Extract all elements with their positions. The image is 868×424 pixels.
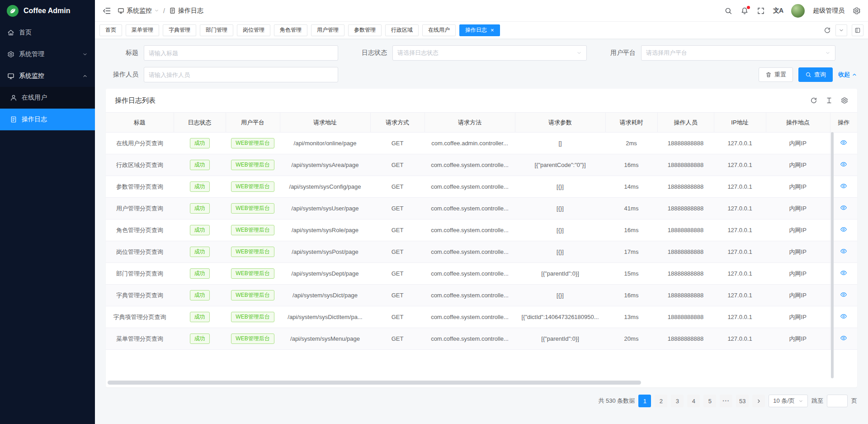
tab[interactable]: 参数管理 xyxy=(348,24,382,36)
cell-function: com.coffee.system.controlle... xyxy=(425,285,515,306)
sidebar-item-operation-log[interactable]: 操作日志 xyxy=(0,109,95,130)
column-header: IP地址 xyxy=(714,113,766,133)
tab-label: 岗位管理 xyxy=(243,26,264,34)
cell-url: /api/system/sysPost/page xyxy=(280,241,370,263)
view-icon[interactable] xyxy=(840,248,847,255)
title-input[interactable] xyxy=(144,45,338,61)
cell-url: /api/system/sysDept/page xyxy=(280,263,370,285)
search-icon[interactable] xyxy=(724,7,732,15)
view-icon[interactable] xyxy=(840,291,847,298)
tab-label: 在线用户 xyxy=(428,26,450,34)
page-button[interactable]: 3 xyxy=(671,395,684,407)
tab-close-icon[interactable]: × xyxy=(491,27,494,33)
cell-url: /api/system/sysRole/page xyxy=(280,219,370,241)
tab[interactable]: 在线用户 xyxy=(422,24,456,36)
cell-params: [{}] xyxy=(515,241,605,263)
tab[interactable]: 首页 xyxy=(99,24,122,36)
operator-label: 操作人员 xyxy=(106,71,138,79)
cell-platform: WEB管理后台 xyxy=(226,176,280,198)
chevron-right-icon xyxy=(756,398,762,404)
sidebar-item-system-monitor[interactable]: 系统监控 xyxy=(0,65,95,87)
operator-input[interactable] xyxy=(144,67,338,82)
fullscreen-icon[interactable] xyxy=(757,7,765,15)
view-icon[interactable] xyxy=(840,226,847,233)
column-settings-gear-icon[interactable] xyxy=(841,97,848,104)
user-icon xyxy=(10,94,17,101)
tab[interactable]: 字典管理 xyxy=(163,24,196,36)
sidebar-item-online-users[interactable]: 在线用户 xyxy=(0,87,95,109)
collapse-menu-icon[interactable] xyxy=(102,6,111,15)
cell-url: /api/system/sysDictItem/pa... xyxy=(280,306,370,328)
breadcrumb-item-operation-log[interactable]: 操作日志 xyxy=(169,7,203,15)
row-density-icon[interactable] xyxy=(826,97,833,104)
tab-label: 用户管理 xyxy=(317,26,339,34)
settings-gear-icon[interactable] xyxy=(853,7,861,15)
platform-tag: WEB管理后台 xyxy=(231,268,274,279)
sidebar-item-label: 在线用户 xyxy=(22,94,47,102)
cell-url: /api/system/sysUser/page xyxy=(280,198,370,219)
tab[interactable]: 操作日志× xyxy=(459,24,500,36)
view-icon[interactable] xyxy=(840,182,847,190)
cell-duration: 41ms xyxy=(605,198,657,219)
translate-icon[interactable]: 文A xyxy=(773,7,783,15)
cell-method: GET xyxy=(370,328,425,350)
username[interactable]: 超级管理员 xyxy=(813,7,844,15)
cell-location: 内网IP xyxy=(766,306,830,328)
search-button[interactable]: 查询 xyxy=(798,67,833,82)
table-row: 角色管理分页查询成功WEB管理后台/api/system/sysRole/pag… xyxy=(106,219,857,241)
platform-select[interactable]: 请选择用户平台 xyxy=(641,45,835,61)
refresh-icon[interactable] xyxy=(824,27,831,34)
view-icon[interactable] xyxy=(840,269,847,276)
tab[interactable]: 用户管理 xyxy=(311,24,344,36)
table-row: 在线用户分页查询成功WEB管理后台/api/monitor/online/pag… xyxy=(106,133,857,154)
log-status-select[interactable]: 请选择日志状态 xyxy=(392,45,587,61)
notification-badge xyxy=(747,6,750,9)
horizontal-scrollbar[interactable] xyxy=(108,381,641,385)
vertical-scrollbar[interactable] xyxy=(831,132,834,378)
cell-duration: 16ms xyxy=(605,154,657,176)
view-icon[interactable] xyxy=(840,313,847,320)
tab[interactable]: 菜单管理 xyxy=(126,24,159,36)
cell-title: 参数管理分页查询 xyxy=(106,176,174,198)
table-refresh-icon[interactable] xyxy=(810,97,817,104)
sidebar-item-home[interactable]: 首页 xyxy=(0,22,95,43)
collapse-filters-link[interactable]: 收起 xyxy=(838,71,857,79)
page-button[interactable]: 5 xyxy=(703,395,716,407)
tab[interactable]: 岗位管理 xyxy=(237,24,270,36)
jump-page-input[interactable] xyxy=(827,395,848,407)
avatar[interactable] xyxy=(791,4,805,18)
cell-platform: WEB管理后台 xyxy=(226,198,280,219)
page-button[interactable]: 53 xyxy=(736,395,749,407)
next-page-button[interactable] xyxy=(752,395,765,407)
page-ellipsis[interactable]: ••• xyxy=(720,395,732,407)
cell-url: /api/system/sysConfig/page xyxy=(280,176,370,198)
view-icon[interactable] xyxy=(840,139,847,146)
cell-params: [{"parentId":0}] xyxy=(515,263,605,285)
reset-button[interactable]: 重置 xyxy=(759,67,793,82)
page-button[interactable]: 4 xyxy=(687,395,700,407)
page-size-select[interactable]: 10 条/页 xyxy=(769,395,808,407)
status-tag: 成功 xyxy=(190,333,210,344)
page-button[interactable]: 2 xyxy=(655,395,667,407)
cell-ip: 127.0.0.1 xyxy=(714,219,766,241)
cell-function: com.coffee.system.controlle... xyxy=(425,176,515,198)
platform-tag: WEB管理后台 xyxy=(231,138,274,148)
sidebar-item-system-management[interactable]: 系统管理 xyxy=(0,43,95,65)
tab-options-chevron-icon[interactable] xyxy=(835,24,847,36)
tab[interactable]: 角色管理 xyxy=(274,24,307,36)
chevron-up-icon xyxy=(852,72,857,77)
pagination-total: 共 530 条数据 xyxy=(598,397,635,405)
tab[interactable]: 行政区域 xyxy=(385,24,419,36)
view-icon[interactable] xyxy=(840,161,847,168)
tab[interactable]: 部门管理 xyxy=(200,24,233,36)
log-icon xyxy=(169,7,176,14)
notification-bell-icon[interactable] xyxy=(741,7,749,15)
view-icon[interactable] xyxy=(840,334,847,342)
cell-actions xyxy=(830,176,857,198)
breadcrumb-item-system-monitor[interactable]: 系统监控 xyxy=(118,7,159,15)
jump-prefix: 跳至 xyxy=(811,397,823,405)
page-button[interactable]: 1 xyxy=(638,395,651,407)
card-header: 操作日志列表 xyxy=(106,89,857,112)
layout-toggle-icon[interactable] xyxy=(852,24,863,36)
view-icon[interactable] xyxy=(840,204,847,211)
